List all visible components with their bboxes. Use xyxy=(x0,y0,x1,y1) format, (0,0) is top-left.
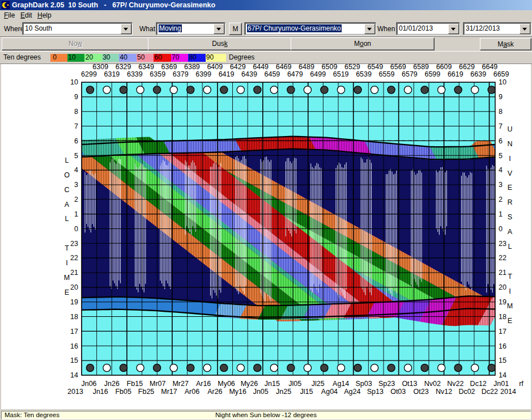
svg-text:1: 1 xyxy=(74,210,78,218)
svg-text:16: 16 xyxy=(499,342,507,350)
svg-text:Dc02: Dc02 xyxy=(458,388,475,396)
svg-text:17: 17 xyxy=(70,328,78,336)
svg-text:Mr07: Mr07 xyxy=(150,380,166,388)
svg-text:6379: 6379 xyxy=(173,70,189,78)
svg-text:L: L xyxy=(65,215,69,223)
svg-text:6459: 6459 xyxy=(264,70,280,78)
svg-text:4: 4 xyxy=(74,166,78,174)
svg-text:V: V xyxy=(508,169,513,177)
svg-text:Jn15: Jn15 xyxy=(265,380,280,388)
svg-text:6639: 6639 xyxy=(470,70,486,78)
svg-text:6319: 6319 xyxy=(104,70,120,78)
svg-text:6479: 6479 xyxy=(287,70,303,78)
svg-text:15: 15 xyxy=(70,357,78,364)
svg-text:O: O xyxy=(64,171,70,179)
svg-text:I: I xyxy=(509,155,510,163)
svg-text:Jl05: Jl05 xyxy=(288,380,301,388)
svg-text:Fb25: Fb25 xyxy=(138,388,155,396)
svg-text:20: 20 xyxy=(499,283,507,291)
svg-text:22: 22 xyxy=(499,254,507,262)
svg-text:6649: 6649 xyxy=(482,63,498,71)
svg-text:6399: 6399 xyxy=(195,70,211,78)
svg-text:Ar16: Ar16 xyxy=(196,380,211,388)
grid-lines xyxy=(82,82,495,375)
svg-text:23: 23 xyxy=(70,240,78,248)
svg-text:R: R xyxy=(507,198,512,206)
svg-text:16: 16 xyxy=(70,342,78,350)
svg-text:6549: 6549 xyxy=(367,63,383,71)
svg-text:Nv02: Nv02 xyxy=(424,380,441,388)
svg-text:7: 7 xyxy=(74,122,78,130)
plot-area xyxy=(48,31,529,420)
svg-text:L: L xyxy=(508,243,512,251)
svg-text:20: 20 xyxy=(70,283,78,291)
svg-text:Ar06: Ar06 xyxy=(185,388,199,396)
svg-text:6409: 6409 xyxy=(207,63,223,71)
svg-text:M: M xyxy=(507,302,513,310)
svg-text:6519: 6519 xyxy=(333,70,349,78)
svg-text:My06: My06 xyxy=(218,380,235,388)
svg-text:9: 9 xyxy=(74,93,78,101)
svg-text:Ot13: Ot13 xyxy=(402,380,417,388)
graphdark-window: GraphDark 2.05 10 South - 67P/ Churyumov… xyxy=(0,0,532,420)
svg-text:Jn01: Jn01 xyxy=(493,380,509,388)
status-bar: Mask: Ten degrees Night when Sun below -… xyxy=(1,411,531,419)
svg-text:6429: 6429 xyxy=(230,63,246,71)
svg-text:6539: 6539 xyxy=(356,70,372,78)
svg-text:T: T xyxy=(65,244,69,252)
svg-text:6339: 6339 xyxy=(127,70,143,78)
svg-text:Ot23: Ot23 xyxy=(414,388,429,396)
svg-text:18: 18 xyxy=(499,313,507,321)
svg-text:7: 7 xyxy=(499,122,503,130)
svg-text:U: U xyxy=(507,125,512,133)
svg-text:17: 17 xyxy=(499,328,507,336)
svg-text:Jn25: Jn25 xyxy=(276,388,291,396)
svg-text:Jn05: Jn05 xyxy=(253,388,269,396)
svg-text:5: 5 xyxy=(74,152,78,160)
svg-text:2: 2 xyxy=(74,196,78,203)
svg-text:Nv22: Nv22 xyxy=(447,380,463,388)
svg-text:E: E xyxy=(65,289,69,296)
svg-text:My16: My16 xyxy=(229,388,246,396)
svg-text:Ag14: Ag14 xyxy=(333,380,349,388)
svg-text:6: 6 xyxy=(74,137,78,145)
svg-text:E: E xyxy=(508,317,512,325)
svg-text:0: 0 xyxy=(74,225,78,233)
svg-text:2014: 2014 xyxy=(500,388,516,396)
svg-text:19: 19 xyxy=(70,298,78,306)
svg-text:I: I xyxy=(509,287,510,295)
svg-text:Sp03: Sp03 xyxy=(355,380,372,388)
svg-text:3: 3 xyxy=(499,181,503,189)
svg-text:Jl25: Jl25 xyxy=(312,380,325,388)
svg-text:3: 3 xyxy=(74,181,78,189)
svg-text:Ar26: Ar26 xyxy=(207,388,222,396)
svg-text:14: 14 xyxy=(70,371,78,379)
svg-text:19: 19 xyxy=(499,298,507,306)
svg-text:Jn16: Jn16 xyxy=(93,388,108,396)
svg-text:M: M xyxy=(64,274,70,282)
svg-text:6369: 6369 xyxy=(161,63,177,71)
svg-text:6349: 6349 xyxy=(138,63,154,71)
svg-text:Mr27: Mr27 xyxy=(172,380,189,388)
svg-text:6469: 6469 xyxy=(276,63,292,71)
svg-text:6529: 6529 xyxy=(344,63,360,71)
svg-text:6439: 6439 xyxy=(241,70,257,78)
svg-text:6309: 6309 xyxy=(92,63,108,71)
svg-text:Mr17: Mr17 xyxy=(161,388,177,396)
svg-text:Ag24: Ag24 xyxy=(344,388,360,396)
svg-text:14: 14 xyxy=(499,371,507,379)
svg-text:10: 10 xyxy=(70,78,78,86)
svg-text:Sp13: Sp13 xyxy=(367,388,384,396)
svg-text:1: 1 xyxy=(499,210,503,218)
svg-text:5: 5 xyxy=(499,152,503,160)
svg-text:Jn26: Jn26 xyxy=(104,380,120,388)
svg-text:6449: 6449 xyxy=(253,63,269,71)
svg-text:rf: rf xyxy=(519,380,524,388)
svg-text:4: 4 xyxy=(499,166,503,174)
svg-text:2013: 2013 xyxy=(67,388,83,396)
svg-text:18: 18 xyxy=(70,313,78,321)
svg-text:6489: 6489 xyxy=(299,63,314,71)
svg-text:6499: 6499 xyxy=(310,70,326,78)
svg-text:Ag04: Ag04 xyxy=(321,388,338,396)
svg-text:T: T xyxy=(508,273,512,281)
